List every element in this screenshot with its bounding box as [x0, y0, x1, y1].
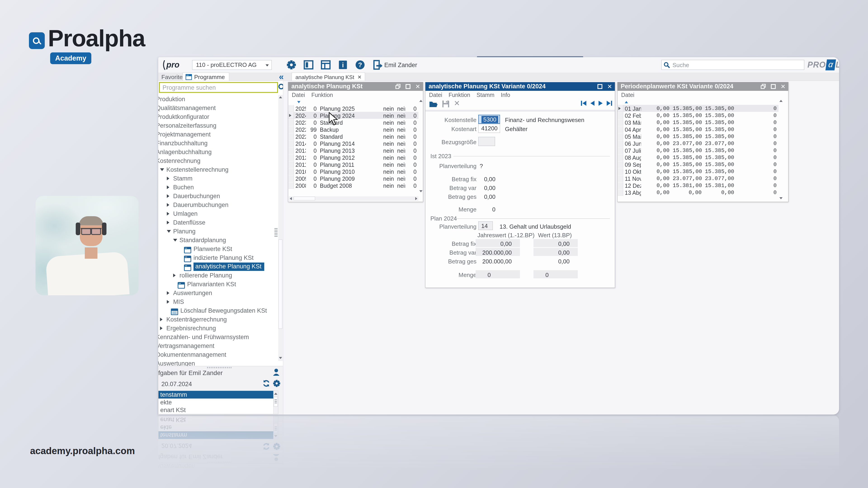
- row-selector-cell[interactable]: [288, 105, 294, 111]
- tree-item-label[interactable]: Planvarianten KSt: [187, 281, 236, 288]
- row-selector-cell[interactable]: [618, 182, 623, 189]
- row-selector-cell[interactable]: [618, 147, 623, 154]
- tree-expand-icon[interactable]: [167, 212, 169, 216]
- open-folder-icon[interactable]: [429, 100, 438, 108]
- menu-item-stamm[interactable]: Stamm: [476, 92, 494, 98]
- scroll-down-icon[interactable]: [779, 197, 782, 199]
- tree-expand-icon[interactable]: [173, 273, 176, 277]
- tree-item-label[interactable]: Auswertungen: [158, 360, 195, 366]
- table-row[interactable]: 05 Mai0,0015.385,0015.385,000: [618, 133, 778, 140]
- refresh-icon[interactable]: [262, 379, 270, 387]
- table-row[interactable]: 08 Aug0,0015.385,0015.385,000: [618, 154, 778, 161]
- tree-expand-icon[interactable]: [167, 300, 169, 304]
- row-selector-cell[interactable]: [618, 133, 623, 140]
- tree-item-label[interactable]: rollierende Planung: [180, 272, 232, 279]
- tree-item-vertragsmanagement[interactable]: Vertragsmanagement: [158, 341, 278, 350]
- tree-expand-icon[interactable]: [167, 203, 169, 207]
- column-header-gj[interactable]: [296, 98, 306, 105]
- tree-item-label[interactable]: Planung: [173, 228, 195, 235]
- tree-item-projektmanagement[interactable]: Projektmanagement: [158, 130, 278, 139]
- tab-programme[interactable]: Programme: [183, 72, 229, 80]
- menu-item-funktion[interactable]: Funktion: [311, 92, 333, 98]
- tree-item-planung[interactable]: Planung: [158, 227, 278, 236]
- scroll-up-icon[interactable]: [279, 96, 282, 98]
- tree-item-kostenträgerrechnung[interactable]: Kostenträgerrechnung: [158, 315, 278, 324]
- maximize-window-icon[interactable]: [405, 84, 411, 89]
- tree-item-analytische-planung-kst[interactable]: analytische Planung KSt: [158, 262, 278, 271]
- table-row[interactable]: 20110Planung 2011neinnein0: [288, 161, 418, 168]
- panel-layout-icon[interactable]: [303, 60, 314, 70]
- row-selector-cell[interactable]: [288, 140, 294, 147]
- scrollbar-thumb[interactable]: [278, 239, 282, 329]
- row-selector-cell[interactable]: [618, 126, 623, 133]
- tree-item-personalzeiterfassung[interactable]: Personalzeiterfassung: [158, 121, 278, 130]
- row-selector-cell[interactable]: [618, 189, 623, 196]
- tree-item-produktkonfigurator[interactable]: Produktkonfigurator: [158, 112, 278, 121]
- table-row[interactable]: 07 Juli0,0015.385,0015.385,000: [618, 147, 778, 154]
- bezugsgroesse-input[interactable]: [478, 137, 495, 146]
- tree-expand-icon[interactable]: [167, 186, 169, 189]
- tree-item-indizierte-planung-kst[interactable]: indizierte Planung KSt: [158, 254, 278, 262]
- table-row[interactable]: 01 Jan0,0015.385,0015.385,000: [618, 105, 778, 112]
- settings-gear-icon[interactable]: [286, 60, 297, 70]
- table-row[interactable]: 06 Juni0,0023.077,0023.077,000: [618, 140, 778, 147]
- tree-item-finanzbuchhaltung[interactable]: Finanzbuchhaltung: [158, 139, 278, 148]
- table-row[interactable]: 20220Standardneinnein0: [288, 133, 418, 140]
- kostenart-input[interactable]: 41200: [478, 124, 500, 133]
- tree-item-label[interactable]: Datenflüsse: [173, 219, 206, 226]
- program-search-input[interactable]: Programme suchen: [159, 82, 278, 93]
- tasks-settings-gear-icon[interactable]: [273, 379, 281, 387]
- tree-item-label[interactable]: Dauerumbuchungen: [173, 201, 228, 208]
- row-selector-cell[interactable]: [288, 161, 294, 168]
- menu-item-datei[interactable]: Datei: [429, 92, 442, 98]
- table-row[interactable]: 20080Budget 2008neinnein0: [288, 182, 418, 189]
- tree-item-label[interactable]: indizierte Planung KSt: [193, 254, 254, 261]
- restore-window-icon[interactable]: [395, 84, 401, 89]
- close-tab-icon[interactable]: ✕: [358, 74, 362, 80]
- row-selector-cell[interactable]: [618, 140, 623, 147]
- row-selector-cell[interactable]: [618, 154, 623, 161]
- scroll-down-icon[interactable]: [419, 190, 423, 192]
- save-disk-icon[interactable]: [442, 100, 450, 108]
- tree-item-label[interactable]: Löschlauf Bewegungsdaten KSt: [180, 307, 267, 314]
- window-titlebar[interactable]: Periodenplanwerte KSt Variante 0/2024 ✕: [618, 82, 788, 91]
- row-selector-cell[interactable]: [618, 119, 623, 126]
- scroll-up-icon[interactable]: [419, 100, 423, 102]
- menu-item-datei[interactable]: Datei: [292, 92, 305, 98]
- tree-item-datenflüsse[interactable]: Datenflüsse: [158, 218, 278, 227]
- help-icon[interactable]: ?: [355, 60, 365, 70]
- tree-item-produktion[interactable]: Produktion: [158, 95, 278, 104]
- splitter-grip[interactable]: [274, 228, 278, 237]
- table-row[interactable]: 20230Standardneinnein0: [288, 119, 418, 126]
- tree-item-label[interactable]: Qualitätsmanagement: [158, 105, 216, 111]
- tree-item-label[interactable]: Ergebnisrechnung: [166, 325, 216, 332]
- tree-expand-icon[interactable]: [160, 318, 162, 321]
- table-row[interactable]: 20240Planung 2024neinnein0: [288, 112, 418, 119]
- tree-item-dokumentenmanagement[interactable]: Dokumentenmanagement: [158, 350, 278, 359]
- row-selector-cell[interactable]: [618, 112, 623, 119]
- task-list-item[interactable]: tenstamm: [158, 391, 274, 398]
- table-row[interactable]: 02 Feb0,0015.385,0015.385,000: [618, 112, 778, 119]
- info-icon[interactable]: i: [338, 60, 348, 70]
- tree-item-label[interactable]: Produktkonfigurator: [158, 113, 209, 121]
- tree-item-label[interactable]: Kostenstellenrechnung: [166, 166, 228, 173]
- tree-item-label[interactable]: Kostenträgerrechnung: [166, 316, 227, 323]
- row-selector-cell[interactable]: [288, 119, 294, 126]
- tree-item-label[interactable]: Produktion: [158, 96, 185, 103]
- close-window-icon[interactable]: ✕: [780, 84, 785, 90]
- tree-item-label[interactable]: Personalzeiterfassung: [158, 122, 216, 129]
- tree-item-label[interactable]: Stamm: [173, 175, 193, 182]
- tree-item-label[interactable]: Standardplanung: [180, 237, 226, 244]
- tree-scrollbar[interactable]: [278, 95, 283, 361]
- tree-item-label[interactable]: Kennzahlen- und Frühwarnsystem: [158, 334, 249, 341]
- task-list-item[interactable]: ekte: [158, 398, 274, 406]
- table-row[interactable]: 13 Abgr0,000,000,000: [618, 189, 778, 196]
- maximize-window-icon[interactable]: [597, 84, 602, 89]
- restore-window-icon[interactable]: [761, 84, 766, 89]
- table-row[interactable]: 09 Sep0,0015.385,0015.385,000: [618, 161, 778, 168]
- delete-x-icon[interactable]: ✕: [454, 99, 460, 107]
- tree-item-label[interactable]: Kostenrechnung: [158, 158, 200, 164]
- tree-expand-icon[interactable]: [160, 326, 162, 330]
- tree-item-label[interactable]: Anlagenbuchhaltung: [158, 149, 212, 156]
- person-icon[interactable]: [272, 368, 280, 376]
